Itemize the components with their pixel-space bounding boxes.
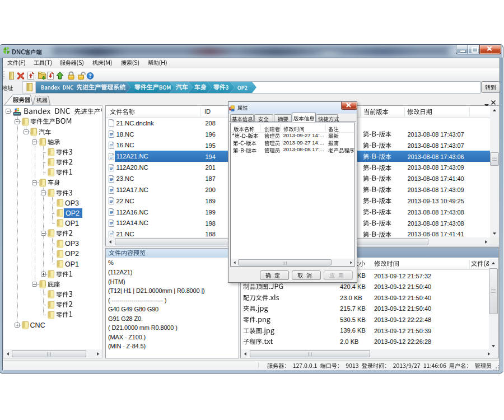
svg-text:?: ? [88, 73, 91, 79]
